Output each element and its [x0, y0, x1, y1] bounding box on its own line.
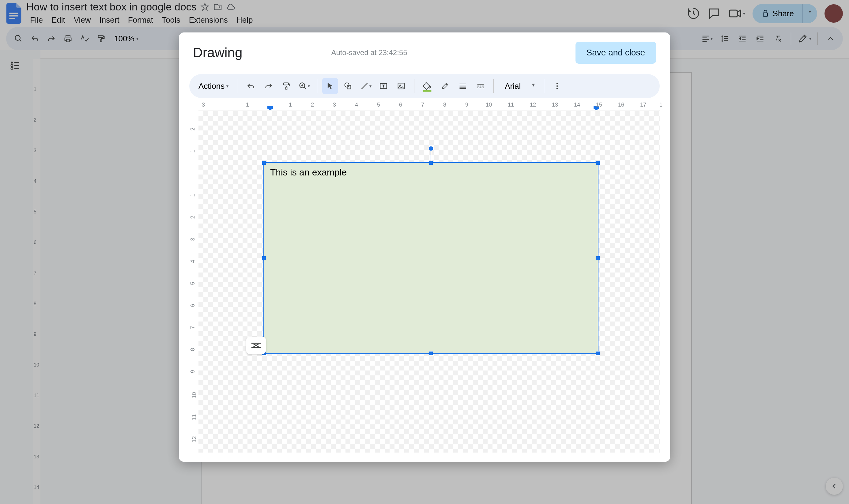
- resize-handle-ml[interactable]: [262, 256, 266, 260]
- ruler-mark: 10: [191, 392, 198, 398]
- separator: [238, 79, 238, 93]
- modal-title: Drawing: [193, 45, 242, 60]
- ruler-mark: 1: [289, 102, 292, 108]
- ruler-mark: 9: [189, 370, 196, 373]
- ruler-mark: 5: [189, 282, 196, 285]
- border-weight-icon: [458, 82, 467, 90]
- resize-handle-tl[interactable]: [262, 161, 266, 165]
- chevron-down-icon: ▾: [226, 84, 229, 89]
- textbox-icon: [379, 82, 388, 90]
- redo-icon: [264, 82, 273, 90]
- ruler-mark: 3: [189, 238, 196, 241]
- line-icon: [360, 82, 369, 90]
- rotate-handle[interactable]: [429, 146, 433, 151]
- paint-format-button[interactable]: [278, 78, 294, 94]
- drawing-horizontal-ruler[interactable]: 3 1 1 2 3 4 5 6 7 8 9 10 11 12 13: [198, 101, 660, 111]
- ruler-mark: 15: [596, 102, 602, 108]
- svg-point-12: [345, 83, 349, 87]
- more-vertical-icon: [553, 82, 561, 90]
- ruler-mark: 13: [552, 102, 558, 108]
- drawing-modal: Drawing Auto-saved at 23:42:55 Save and …: [179, 33, 670, 462]
- ruler-mark: 12: [530, 102, 536, 108]
- resize-handle-br[interactable]: [596, 351, 600, 356]
- border-dash-button[interactable]: [473, 78, 488, 94]
- resize-handle-mr[interactable]: [596, 256, 600, 260]
- resize-handle-mt[interactable]: [429, 161, 433, 165]
- chevron-down-icon: ▾: [308, 84, 310, 89]
- fill-color-button[interactable]: [419, 78, 435, 94]
- drawing-vertical-ruler[interactable]: 2 1 1 2 3 4 5 6 7 8 9 10 11 12: [189, 101, 198, 453]
- shape-tool[interactable]: [340, 78, 356, 94]
- separator: [493, 79, 494, 93]
- paint-roller-icon: [282, 82, 291, 90]
- ruler-mark: 2: [189, 216, 196, 219]
- ruler-mark: 9: [465, 102, 468, 108]
- text-wrap-button[interactable]: [246, 337, 266, 354]
- svg-point-18: [557, 83, 558, 85]
- ruler-mark: 2: [189, 128, 196, 131]
- resize-handle-mb[interactable]: [429, 351, 433, 356]
- undo-button[interactable]: [243, 78, 259, 94]
- font-name: Arial: [505, 82, 521, 91]
- ruler-mark: 3: [202, 102, 205, 108]
- save-and-close-button[interactable]: Save and close: [576, 42, 656, 64]
- shape-icon: [344, 82, 352, 90]
- line-tool[interactable]: ▾: [358, 78, 374, 94]
- ruler-mark: 7: [189, 326, 196, 329]
- autosave-status: Auto-saved at 23:42:55: [331, 48, 407, 57]
- ruler-mark: 10: [486, 102, 492, 108]
- ruler-mark: 8: [189, 348, 196, 351]
- actions-menu[interactable]: Actions ▾: [194, 78, 233, 94]
- font-select[interactable]: Arial: [499, 78, 539, 94]
- ruler-mark: 1: [189, 150, 196, 153]
- image-tool[interactable]: [393, 78, 409, 94]
- textbox-shape[interactable]: This is an example: [264, 162, 598, 354]
- ruler-mark: 2: [311, 102, 314, 108]
- ruler-mark: 11: [508, 102, 514, 108]
- ruler-mark: 6: [189, 304, 196, 307]
- drawing-toolbar: Actions ▾ ▾ ▾ Arial: [189, 74, 660, 98]
- border-dash-icon: [476, 82, 485, 90]
- ruler-mark: 12: [191, 436, 198, 443]
- more-options-button[interactable]: [549, 78, 565, 94]
- modal-backdrop: Drawing Auto-saved at 23:42:55 Save and …: [0, 0, 849, 504]
- ruler-mark: 1: [246, 102, 249, 108]
- ruler-mark: 8: [443, 102, 446, 108]
- ruler-mark: 5: [377, 102, 380, 108]
- separator: [317, 79, 317, 93]
- redo-button[interactable]: [260, 78, 276, 94]
- svg-point-19: [557, 86, 558, 87]
- modal-header: Drawing Auto-saved at 23:42:55 Save and …: [179, 33, 670, 71]
- actions-label: Actions: [198, 82, 224, 91]
- border-weight-button[interactable]: [455, 78, 471, 94]
- select-tool[interactable]: [322, 78, 338, 94]
- indent-handle-left[interactable]: [267, 106, 273, 110]
- svg-rect-10: [284, 83, 289, 85]
- cursor-icon: [326, 82, 335, 90]
- resize-handle-tr[interactable]: [596, 161, 600, 165]
- textbox-content[interactable]: This is an example: [264, 163, 598, 182]
- rotate-connector: [431, 151, 431, 161]
- chevron-down-icon: ▾: [369, 84, 372, 89]
- drawing-canvas-area: 2 1 1 2 3 4 5 6 7 8 9 10 11 12 3 1: [179, 101, 670, 462]
- ruler-mark: 14: [574, 102, 580, 108]
- ruler-mark: 1: [660, 102, 663, 108]
- svg-point-16: [399, 85, 401, 86]
- textbox-tool[interactable]: [376, 78, 392, 94]
- separator: [544, 79, 544, 93]
- border-color-button[interactable]: [437, 78, 453, 94]
- pencil-icon: [441, 82, 449, 90]
- drawing-canvas[interactable]: This is an example: [198, 111, 660, 453]
- image-icon: [397, 82, 405, 90]
- svg-point-20: [557, 88, 558, 89]
- ruler-mark: 3: [333, 102, 336, 108]
- ruler-mark: 6: [399, 102, 402, 108]
- svg-rect-17: [423, 90, 432, 92]
- fill-icon: [422, 80, 432, 92]
- zoom-icon: [299, 82, 307, 90]
- separator: [414, 79, 414, 93]
- zoom-button[interactable]: ▾: [296, 78, 312, 94]
- ruler-mark: 4: [189, 260, 196, 263]
- ruler-mark: 17: [640, 102, 646, 108]
- no-wrap-icon: [251, 341, 261, 350]
